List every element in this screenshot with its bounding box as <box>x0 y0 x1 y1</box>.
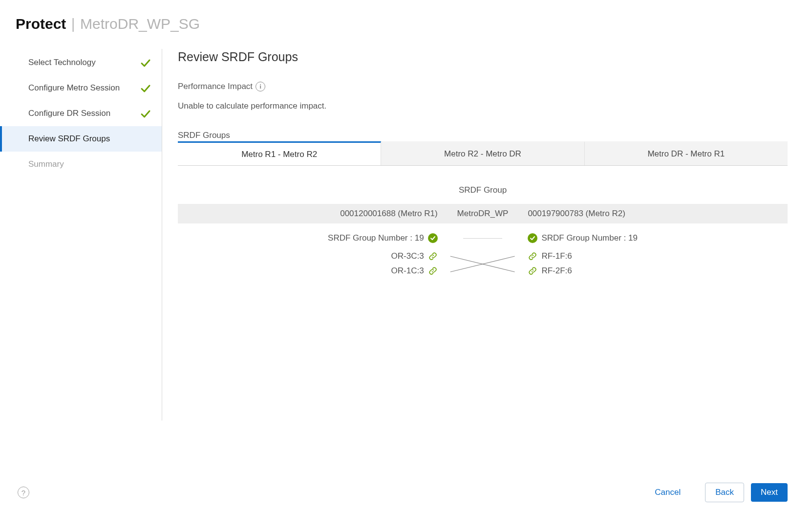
link-icon <box>428 266 438 276</box>
right-group-number: SRDF Group Number : 19 <box>541 233 638 243</box>
title-main: Protect <box>16 16 66 32</box>
srdf-groups-label: SRDF Groups <box>178 131 812 140</box>
wizard-step-3[interactable]: Review SRDF Groups <box>0 126 162 152</box>
check-circle-icon <box>528 233 537 243</box>
srdf-group-title: SRDF Group <box>178 185 788 195</box>
wizard-step-label: Review SRDF Groups <box>28 134 110 144</box>
connector-line <box>463 238 502 239</box>
tab-0[interactable]: Metro R1 - Metro R2 <box>178 141 381 165</box>
mid-header: MetroDR_WP <box>452 209 513 219</box>
wizard-step-label: Configure Metro Session <box>28 83 120 93</box>
wizard-step-label: Select Technology <box>28 58 96 67</box>
left-group-number: SRDF Group Number : 19 <box>328 233 424 243</box>
main-heading: Review SRDF Groups <box>178 50 812 64</box>
info-icon[interactable]: i <box>256 82 265 91</box>
wizard-step-4[interactable]: Summary <box>0 152 162 177</box>
wizard-steps: Select TechnologyConfigure Metro Session… <box>0 49 162 421</box>
right-port: RF-2F:6 <box>541 266 572 276</box>
help-icon[interactable]: ? <box>18 487 29 498</box>
check-circle-icon <box>428 233 438 243</box>
wizard-step-label: Summary <box>28 159 64 169</box>
right-array-header: 000197900783 (Metro R2) <box>513 209 788 219</box>
left-array-header: 000120001688 (Metro R1) <box>178 209 452 219</box>
perf-impact-message: Unable to calculate performance impact. <box>178 101 812 111</box>
tab-1[interactable]: Metro R2 - Metro DR <box>381 141 584 165</box>
wizard-step-0[interactable]: Select Technology <box>0 50 162 75</box>
wizard-step-1[interactable]: Configure Metro Session <box>0 75 162 101</box>
wizard-step-label: Configure DR Session <box>28 109 110 118</box>
srdf-group-tabs: Metro R1 - Metro R2Metro R2 - Metro DRMe… <box>178 141 788 166</box>
left-port: OR-1C:3 <box>391 266 424 276</box>
back-button[interactable]: Back <box>705 483 744 502</box>
left-port: OR-3C:3 <box>391 251 424 261</box>
check-icon <box>140 58 150 67</box>
link-icon <box>528 266 537 276</box>
next-button[interactable]: Next <box>751 483 788 502</box>
link-icon <box>528 251 537 261</box>
check-icon <box>140 109 150 118</box>
tab-2[interactable]: Metro DR - Metro R1 <box>585 141 788 165</box>
cancel-button[interactable]: Cancel <box>645 483 690 502</box>
perf-impact-label: Performance Impact <box>178 82 253 91</box>
page-title: Protect | MetroDR_WP_SG <box>0 16 812 49</box>
wizard-step-2[interactable]: Configure DR Session <box>0 101 162 126</box>
link-icon <box>428 251 438 261</box>
title-sub: MetroDR_WP_SG <box>80 16 200 32</box>
right-port: RF-1F:6 <box>541 251 572 261</box>
check-icon <box>140 83 150 93</box>
srdf-group-header-row: 000120001688 (Metro R1) MetroDR_WP 00019… <box>178 204 788 223</box>
